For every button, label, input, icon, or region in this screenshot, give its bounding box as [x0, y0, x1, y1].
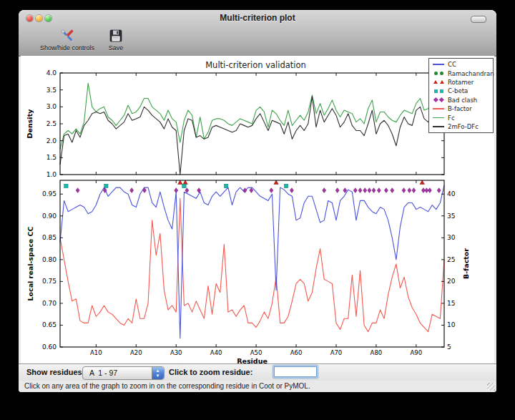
svg-text:0.90: 0.90: [42, 213, 57, 220]
svg-text:A90: A90: [411, 349, 423, 356]
legend-item: Rotamer: [429, 78, 493, 87]
svg-text:3.5: 3.5: [46, 87, 57, 94]
cc-axis-label: Local real-space CC: [26, 226, 34, 301]
legend-item: 2mFo-DFc: [429, 122, 493, 131]
status-bar: Click on any area of the graph to zoom i…: [19, 381, 496, 392]
legend-item-label: B-factor: [448, 105, 472, 112]
desktop: { "window": { "title": "Multi-criterion …: [0, 0, 515, 420]
svg-text:A10: A10: [90, 349, 102, 356]
legend-item-label: C-beta: [448, 87, 468, 94]
zoom-residue-label: Click to zoom residue:: [169, 368, 252, 376]
control-strip: Show residues: A 1 - 97 ▲▼ Click to zoom…: [19, 363, 496, 381]
svg-text:0.80: 0.80: [42, 256, 57, 263]
svg-text:A80: A80: [371, 349, 383, 356]
legend: CCRamachandranRotamerC-betaBad clashB-fa…: [428, 58, 494, 133]
svg-text:0.70: 0.70: [42, 300, 57, 307]
svg-text:A60: A60: [290, 349, 303, 356]
tools-icon: [59, 28, 75, 44]
svg-text:A30: A30: [170, 349, 182, 356]
legend-item: Bad clash: [429, 96, 493, 104]
legend-item: Fc: [429, 113, 493, 122]
svg-text:A50: A50: [250, 349, 263, 356]
legend-item-label: Bad clash: [448, 97, 477, 104]
svg-text:0.85: 0.85: [42, 234, 57, 241]
window-title: Multi-criterion plot: [90, 13, 425, 23]
svg-text:10: 10: [447, 321, 456, 328]
svg-text:2.0: 2.0: [46, 137, 57, 145]
save-button[interactable]: Save: [103, 28, 129, 54]
legend-item-label: 2mFo-DFc: [448, 123, 479, 130]
svg-text:40: 40: [447, 190, 456, 197]
residue-range-value: A 1 - 97: [89, 368, 117, 377]
toolbar-toggle-lozenge[interactable]: [471, 16, 486, 23]
svg-text:35: 35: [447, 213, 455, 220]
close-button[interactable]: [26, 15, 33, 21]
dropdown-stepper-icon: ▲▼: [152, 367, 164, 379]
save-label: Save: [103, 44, 129, 52]
legend-triangles-icon: [429, 80, 448, 84]
legend-line-swatch: [429, 108, 448, 109]
legend-circles-icon: [429, 72, 448, 75]
residue-axis-label: Residue: [237, 357, 268, 363]
figure-title: Multi-criterion validation: [205, 60, 306, 70]
zoom-residue-input[interactable]: [274, 366, 317, 377]
zoom-button[interactable]: [45, 15, 52, 21]
residue-range-dropdown[interactable]: A 1 - 97 ▲▼: [82, 366, 165, 380]
svg-text:A20: A20: [130, 349, 142, 356]
plots-canvas[interactable]: Multi-criterion validation1.01.52.02.53.…: [21, 56, 494, 366]
legend-line-swatch: [429, 64, 448, 65]
svg-text:3.0: 3.0: [46, 103, 57, 110]
svg-text:0.75: 0.75: [42, 278, 57, 285]
legend-item-label: Rotamer: [448, 79, 474, 86]
svg-text:A70: A70: [330, 349, 343, 356]
svg-text:0.95: 0.95: [42, 190, 57, 197]
legend-line-swatch: [429, 126, 448, 127]
show-hide-controls-button[interactable]: Show/hide controls: [27, 28, 107, 54]
legend-item: B-factor: [429, 104, 493, 113]
density-axis-label: Density: [26, 109, 34, 139]
window: Multi-criterion plot Show/hide controls: [19, 10, 496, 392]
legend-squares-icon: [429, 89, 448, 93]
legend-item-label: Fc: [448, 114, 455, 122]
show-hide-controls-label: Show/hide controls: [27, 44, 107, 52]
svg-text:20: 20: [447, 278, 456, 285]
show-residues-label: Show residues:: [26, 368, 84, 376]
titlebar[interactable]: Multi-criterion plot: [19, 10, 496, 26]
svg-text:A40: A40: [210, 349, 222, 356]
legend-diamonds-icon: [429, 98, 448, 102]
legend-item: Ramachandran: [429, 69, 493, 77]
status-text: Click on any area of the graph to zoom i…: [24, 382, 310, 390]
svg-text:25: 25: [447, 256, 455, 263]
svg-text:5: 5: [447, 343, 451, 351]
minimize-button[interactable]: [36, 15, 42, 21]
svg-text:0.60: 0.60: [42, 343, 57, 351]
window-header: Multi-criterion plot Show/hide controls: [19, 10, 496, 57]
svg-text:0.65: 0.65: [42, 321, 57, 328]
legend-item: CC: [429, 60, 493, 69]
svg-text:30: 30: [447, 234, 456, 241]
svg-text:1.0: 1.0: [46, 171, 57, 178]
resize-grip[interactable]: [487, 383, 495, 391]
svg-text:1.5: 1.5: [46, 154, 57, 161]
legend-line-swatch: [429, 117, 448, 119]
svg-text:2.5: 2.5: [46, 120, 57, 127]
bfactor-axis-label: B-factor: [462, 248, 470, 279]
floppy-disk-icon: [108, 28, 124, 44]
svg-text:15: 15: [447, 300, 455, 307]
legend-item-label: Ramachandran: [448, 70, 494, 77]
figure-area[interactable]: Multi-criterion validation1.01.52.02.53.…: [21, 56, 494, 363]
legend-item: C-beta: [429, 87, 493, 95]
legend-item-label: CC: [448, 61, 456, 68]
svg-text:4.0: 4.0: [46, 69, 57, 77]
